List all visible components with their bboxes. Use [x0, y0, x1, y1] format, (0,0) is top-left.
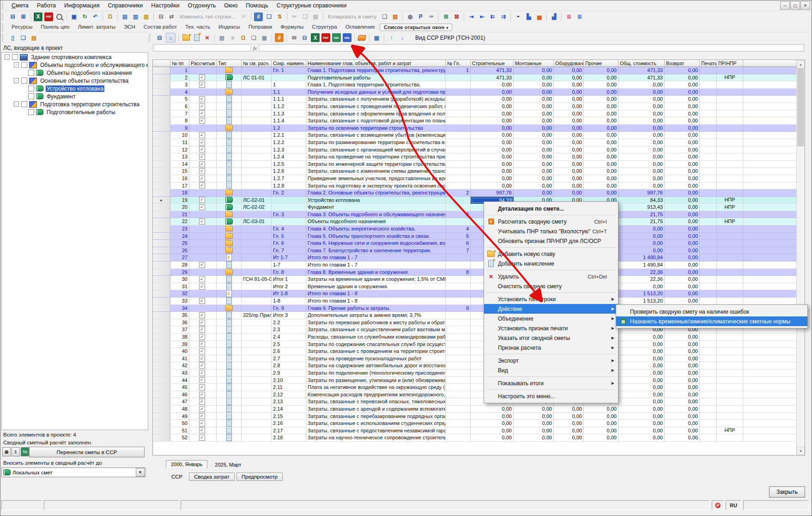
- add-chapter-icon[interactable]: [182, 33, 190, 42]
- calculator-icon[interactable]: #: [275, 33, 284, 42]
- table-row[interactable]: 20✓ЛС-02-02Фундамент913,430,000,000,0091…: [153, 204, 805, 211]
- row-checkbox[interactable]: ✓: [199, 96, 205, 102]
- table-row[interactable]: 16✓1.2.7Приведение земельных участков, п…: [153, 175, 805, 182]
- menu-помощь[interactable]: Помощь: [242, 0, 272, 11]
- menu-item[interactable]: Признак расчета▶: [484, 343, 618, 352]
- grid-header-5[interactable]: Сокр. наимен.: [272, 60, 306, 67]
- document-tab-предпросмотр[interactable]: Предпросмотр: [236, 473, 283, 481]
- panel-tab-ресурсы[interactable]: Ресурсы: [8, 24, 36, 31]
- insert-row-icon[interactable]: ▤: [121, 12, 129, 21]
- period-tab[interactable]: 2000, Январь: [166, 460, 207, 468]
- insert-level-combobox[interactable]: Локальных смет ▼: [1, 467, 145, 477]
- panel-tab-структура[interactable]: Структура: [308, 24, 341, 31]
- table-row[interactable]: 33✓1-8Итого по главам 1 - 81 513,200,000…: [153, 297, 805, 305]
- combobox-dropdown-icon[interactable]: ▼: [136, 468, 145, 477]
- copy-icon[interactable]: ❏: [301, 12, 309, 21]
- tree-checkbox[interactable]: [28, 109, 34, 115]
- tree-checkbox[interactable]: [21, 101, 27, 107]
- row-checkbox[interactable]: ✓: [199, 118, 205, 124]
- table-row[interactable]: 25Гл. 6Глава 6. Наружные сети и сооружен…: [153, 240, 805, 247]
- resources-icon[interactable]: ◓: [514, 12, 522, 21]
- tree-node[interactable]: -Подготовка территории строительства: [2, 101, 148, 108]
- mail-icon[interactable]: ✉: [290, 33, 298, 42]
- row-checkbox[interactable]: ✓: [199, 284, 205, 290]
- table-row[interactable]: 29Гл. 8Глава 8. Временные здания и соору…: [153, 269, 805, 276]
- grid-header-9[interactable]: Монтажные: [514, 60, 554, 67]
- tree-edit-icon[interactable]: ⊞: [442, 12, 450, 21]
- copy-doc-icon[interactable]: ❏: [19, 33, 28, 42]
- row-checkbox[interactable]: ✓: [199, 204, 205, 210]
- row-checkbox[interactable]: ✓: [199, 276, 205, 282]
- row-checkbox[interactable]: ✓: [199, 420, 205, 426]
- scroll-up-icon[interactable]: ▲: [797, 60, 805, 68]
- menu-item[interactable]: Очистить сводную смету: [484, 281, 618, 291]
- panel-tab-тех-часть[interactable]: Тех. часть: [182, 24, 214, 31]
- grid-header-3[interactable]: Тип: [217, 60, 242, 67]
- cut-icon[interactable]: ✂: [290, 12, 299, 21]
- table-row[interactable]: 14✓1.2.5Затраты по инженерной защите тер…: [153, 161, 805, 168]
- panel-tab-индексы[interactable]: Индексы: [215, 24, 244, 31]
- table-row[interactable]: 8✓1.1.4Затраты, связанные с подготовкой …: [153, 117, 805, 125]
- row-checkbox[interactable]: ✓: [199, 132, 205, 138]
- layers-blue-icon[interactable]: ≣: [575, 12, 584, 21]
- grid-header-10[interactable]: Оборудование: [554, 60, 584, 67]
- doc-p-icon[interactable]: P: [416, 12, 425, 21]
- tree-node[interactable]: Подготовительные работы: [2, 109, 148, 115]
- row-checkbox[interactable]: ✓: [199, 176, 205, 182]
- menu-item[interactable]: Вид▶: [484, 365, 618, 375]
- lock-icon[interactable]: Ω: [106, 12, 115, 21]
- transfer-estimates-button[interactable]: Перенести сметы в ССР: [29, 447, 145, 457]
- table-row[interactable]: 91.2Затраты по освоению территории строи…: [153, 125, 805, 132]
- table-row[interactable]: 40✓2.6Затраты, связанные с проведением н…: [153, 348, 805, 355]
- tree-checkbox[interactable]: [21, 62, 27, 68]
- xml-export-icon[interactable]: XML: [332, 33, 341, 42]
- tree-node[interactable]: Объекты подсобного назначения: [2, 69, 148, 76]
- clear-type-icon[interactable]: ✕: [239, 12, 248, 21]
- row-checkbox[interactable]: ✓: [199, 320, 205, 326]
- paste-clipboard-icon[interactable]: ▤: [391, 12, 400, 21]
- menu-item[interactable]: Проверить сводную смету на наличие ошибо…: [616, 307, 807, 316]
- maximize-button[interactable]: ▢: [790, 1, 800, 10]
- paste-icon[interactable]: ▤: [311, 12, 320, 21]
- formula-cell-field[interactable]: [154, 44, 251, 51]
- table-row[interactable]: 51✓2.17Затраты, связанные с предоставлен…: [153, 427, 805, 435]
- sort-icon[interactable]: ⇅: [275, 12, 284, 21]
- table-row[interactable]: 44✓2.10Затраты по размещению, утилизации…: [153, 377, 805, 384]
- grid-header-13[interactable]: Возврат: [665, 60, 700, 67]
- menu-item[interactable]: Добавить начисление: [484, 259, 618, 268]
- tree-checkbox[interactable]: [28, 70, 34, 76]
- table-row[interactable]: 28✓1-7Итого по главам 1 - 71 490,840,000…: [153, 261, 805, 269]
- close-window-button[interactable]: Закрыть: [769, 486, 805, 498]
- tree-checkbox[interactable]: [21, 78, 27, 84]
- doc-pr-icon[interactable]: ПР: [427, 12, 436, 21]
- menu-настройки[interactable]: Настройки: [147, 0, 183, 11]
- tree-delete-icon[interactable]: ⊠: [452, 12, 461, 21]
- row-checkbox[interactable]: ✓: [199, 406, 205, 412]
- transport-icon[interactable]: ▟: [550, 12, 558, 21]
- machines-icon[interactable]: ▙: [524, 12, 533, 21]
- new-doc-icon[interactable]: ▯: [8, 33, 17, 42]
- menu-item[interactable]: Детализация по смете...: [484, 204, 618, 213]
- menu-item[interactable]: Обновить признак ПР/НПР для ЛС/ОСР: [484, 236, 618, 246]
- sum-mini-button[interactable]: Σ: [12, 447, 20, 456]
- row-checkbox[interactable]: ✓: [199, 161, 205, 167]
- move-down-icon[interactable]: ↓: [398, 33, 406, 42]
- row-checkbox[interactable]: ✓: [199, 435, 205, 441]
- save-icon[interactable]: ▣: [70, 12, 79, 21]
- move-row-icon[interactable]: ⇄: [167, 12, 176, 21]
- menu-справочники[interactable]: Справочники: [104, 0, 147, 11]
- row-checkbox[interactable]: ✓: [199, 154, 205, 160]
- tree-collapse-icon[interactable]: ⊟: [8, 12, 17, 21]
- table-row[interactable]: 23Гл. 4Глава 4. Объекты энергетического …: [153, 225, 805, 233]
- panel-tab-эсн[interactable]: ЭСН: [120, 24, 139, 31]
- tree-node[interactable]: Устройство котлована: [2, 85, 148, 92]
- grid-header-15[interactable]: ПР/НПР: [717, 60, 743, 67]
- grid-header-11[interactable]: Прочие: [584, 60, 618, 67]
- vertical-scrollbar[interactable]: ▲ ▼: [796, 60, 805, 455]
- grid-header-6[interactable]: Наименование глав, объектов, работ и зат…: [306, 60, 446, 67]
- structure-pane-icon[interactable]: ⊟: [155, 33, 164, 42]
- refresh-icon[interactable]: ↻: [80, 12, 89, 21]
- tree-checkbox[interactable]: [28, 85, 34, 91]
- doc-box-icon[interactable]: ▣: [260, 33, 269, 42]
- paste-doc-icon[interactable]: ▤: [30, 33, 38, 42]
